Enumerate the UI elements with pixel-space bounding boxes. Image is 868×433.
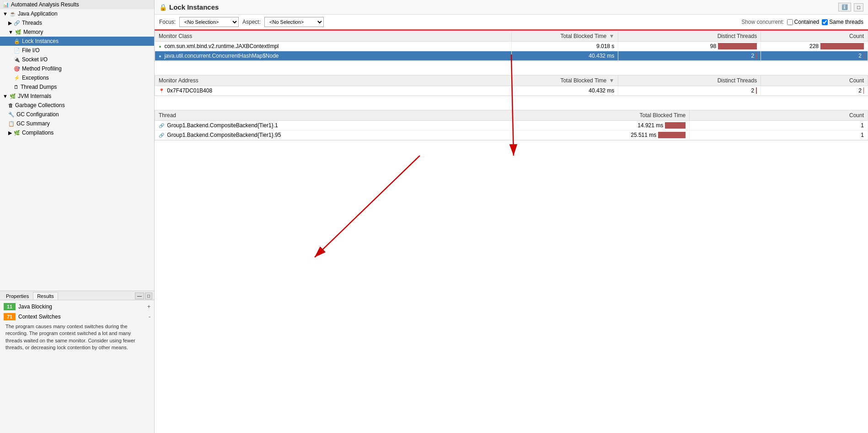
- count-col-header2[interactable]: Count: [761, 76, 868, 86]
- thread-count-cell: 1: [690, 130, 868, 140]
- count-cell: 2: [761, 51, 868, 61]
- table-row[interactable]: 📍 0x7F47DC01B408 40.432 ms 2: [155, 86, 868, 96]
- distinct-threads-value: 2: [751, 53, 754, 59]
- sidebar-item-label: File I/O: [22, 47, 40, 54]
- spacer1: [155, 61, 868, 75]
- thread-header-row: Thread Total Blocked Time Count: [155, 110, 868, 121]
- lock-icon: 🔒: [14, 38, 20, 44]
- thread-time-col-header[interactable]: Total Blocked Time: [511, 110, 690, 121]
- sidebar-item-lock-instances[interactable]: 🔒 Lock Instances: [0, 37, 154, 46]
- thread-cell: 🔗 Group1.Backend.CompositeBackend{Tier1}…: [155, 121, 512, 130]
- maximize-button[interactable]: □: [145, 292, 152, 299]
- sidebar-item-memory[interactable]: ▼ 🌿 Memory: [0, 27, 154, 37]
- aspect-select[interactable]: <No Selection>: [264, 17, 324, 27]
- memory-icon: 🌿: [15, 29, 21, 35]
- main-header: 🔒 Lock Instances ℹ️ □: [155, 0, 868, 15]
- count-bar: [863, 53, 864, 59]
- sidebar-item-label: Compilations: [22, 130, 54, 136]
- minimize-button[interactable]: —: [135, 292, 144, 299]
- monitor-address-cell: 📍 0x7F47DC01B408: [155, 86, 512, 96]
- chart-icon: 📊: [3, 2, 9, 8]
- expand-icon: ▶: [8, 20, 12, 26]
- toolbar: Focus: <No Selection> Aspect: <No Select…: [155, 15, 868, 31]
- count-value: 2: [858, 53, 862, 59]
- total-blocked-time-col-header[interactable]: Total Blocked Time ▼: [511, 31, 618, 42]
- tab-results[interactable]: Results: [33, 292, 58, 300]
- monitor-class-col-header[interactable]: Monitor Class: [155, 31, 512, 42]
- toolbar-right: Show concurrent: Contained Same threads: [741, 19, 863, 25]
- sidebar-item-threads[interactable]: ▶ 🔗 Threads: [0, 18, 154, 27]
- thread-time-cell: 25.511 ms: [511, 130, 690, 140]
- distinct-threads-value: 98: [710, 43, 716, 49]
- info-button[interactable]: ℹ️: [838, 3, 851, 11]
- exception-icon: ⚡: [14, 75, 20, 81]
- sidebar-item-label: Java Application: [18, 11, 58, 17]
- distinct-threads-col-header2[interactable]: Distinct Threads: [618, 76, 761, 86]
- time-cell2: 40.432 ms: [511, 86, 618, 96]
- thread-value: Group1.Backend.CompositeBackend{Tier1}.9…: [167, 132, 281, 138]
- thread-value: Group1.Backend.CompositeBackend{Tier1}.1: [167, 122, 278, 129]
- monitor-class-cell: ● java.util.concurrent.ConcurrentHashMap…: [155, 51, 512, 61]
- sidebar-item-socket-io[interactable]: 🔌 Socket I/O: [0, 55, 154, 64]
- contained-checkbox[interactable]: [787, 19, 793, 25]
- sidebar-item-compilations[interactable]: ▶ 🌿 Compilations: [0, 128, 154, 137]
- expand-java-blocking-button[interactable]: +: [147, 303, 150, 310]
- count-cell2: 2: [761, 86, 868, 96]
- monitor-class-cell: ● com.sun.xml.bind.v2.runtime.JAXBContex…: [155, 42, 512, 51]
- distinct-threads-cell2: 2: [618, 86, 761, 96]
- java-blocking-badge: 11: [4, 303, 16, 310]
- collapse-context-switches-button[interactable]: -: [149, 314, 150, 320]
- sidebar-item-java-application[interactable]: ▼ ☕ Java Application: [0, 9, 154, 18]
- lock-title-icon: 🔒: [159, 4, 167, 11]
- app-icon: ☕: [10, 11, 16, 17]
- same-threads-checkbox[interactable]: [822, 19, 828, 25]
- total-blocked-time-col-header2[interactable]: Total Blocked Time ▼: [511, 76, 618, 86]
- threads-icon: 🔗: [14, 20, 20, 26]
- sidebar-item-exceptions[interactable]: ⚡ Exceptions: [0, 73, 154, 82]
- window-control-button[interactable]: □: [854, 3, 863, 11]
- same-threads-checkbox-group: Same threads: [822, 19, 863, 25]
- table-row[interactable]: 🔗 Group1.Backend.CompositeBackend{Tier1}…: [155, 121, 868, 130]
- sidebar-item-automated-analysis[interactable]: 📊 Automated Analysis Results: [0, 0, 154, 9]
- thread-count-col-header[interactable]: Count: [690, 110, 868, 121]
- spacer2: [155, 96, 868, 110]
- sidebar-item-label: Method Profiling: [22, 65, 62, 72]
- result-row-context-switches[interactable]: 71 Context Switches -: [2, 312, 152, 321]
- monitor-address-header-row: Monitor Address Total Blocked Time ▼ Dis…: [155, 76, 868, 86]
- context-switches-label: Context Switches: [18, 314, 149, 320]
- show-concurrent-label: Show concurrent:: [741, 19, 784, 25]
- aspect-label: Aspect:: [242, 19, 261, 25]
- thread-section: Thread Total Blocked Time Count 🔗 Group1…: [155, 110, 868, 141]
- thread-icon: 🔗: [159, 123, 164, 128]
- sidebar-item-label: GC Configuration: [16, 111, 59, 118]
- sidebar-item-file-io[interactable]: 📄 File I/O: [0, 46, 154, 55]
- table-row[interactable]: 🔗 Group1.Backend.CompositeBackend{Tier1}…: [155, 130, 868, 140]
- sidebar-item-gc-summary[interactable]: 📋 GC Summary: [0, 119, 154, 128]
- sidebar-item-label: JVM Internals: [18, 93, 51, 99]
- monitor-address-table: Monitor Address Total Blocked Time ▼ Dis…: [155, 75, 868, 96]
- summary-icon: 📋: [8, 121, 15, 127]
- sidebar-item-label: Thread Dumps: [21, 84, 57, 90]
- sidebar-item-label: Exceptions: [22, 75, 49, 81]
- sidebar-item-method-profiling[interactable]: 🎯 Method Profiling: [0, 64, 154, 73]
- sidebar-item-label: Automated Analysis Results: [11, 1, 79, 8]
- count-col-header[interactable]: Count: [761, 31, 868, 42]
- monitor-address-col-header[interactable]: Monitor Address: [155, 76, 512, 86]
- java-blocking-label: Java Blocking: [18, 303, 147, 310]
- table-row[interactable]: ● com.sun.xml.bind.v2.runtime.JAXBContex…: [155, 42, 868, 51]
- tab-properties[interactable]: Properties: [2, 292, 33, 300]
- focus-select[interactable]: <No Selection>: [179, 17, 239, 27]
- addr-icon: 📍: [159, 88, 164, 93]
- thread-col-header[interactable]: Thread: [155, 110, 512, 121]
- sidebar-item-jvm-internals[interactable]: ▼ 🌿 JVM Internals: [0, 92, 154, 101]
- count-value: 228: [809, 43, 819, 49]
- sidebar-item-thread-dumps[interactable]: 🗒 Thread Dumps: [0, 82, 154, 92]
- sidebar-item-garbage-collections[interactable]: 🗑 Garbage Collections: [0, 101, 154, 110]
- thread-time-value: 25.511 ms: [631, 132, 656, 138]
- sidebar-item-gc-configuration[interactable]: 🔧 GC Configuration: [0, 110, 154, 119]
- result-row-java-blocking[interactable]: 11 Java Blocking +: [2, 302, 152, 311]
- distinct-threads-col-header[interactable]: Distinct Threads: [618, 31, 761, 42]
- thread-time-value: 14.921 ms: [638, 122, 663, 129]
- table-row[interactable]: ● java.util.concurrent.ConcurrentHashMap…: [155, 51, 868, 61]
- expand-icon: ▼: [3, 93, 8, 99]
